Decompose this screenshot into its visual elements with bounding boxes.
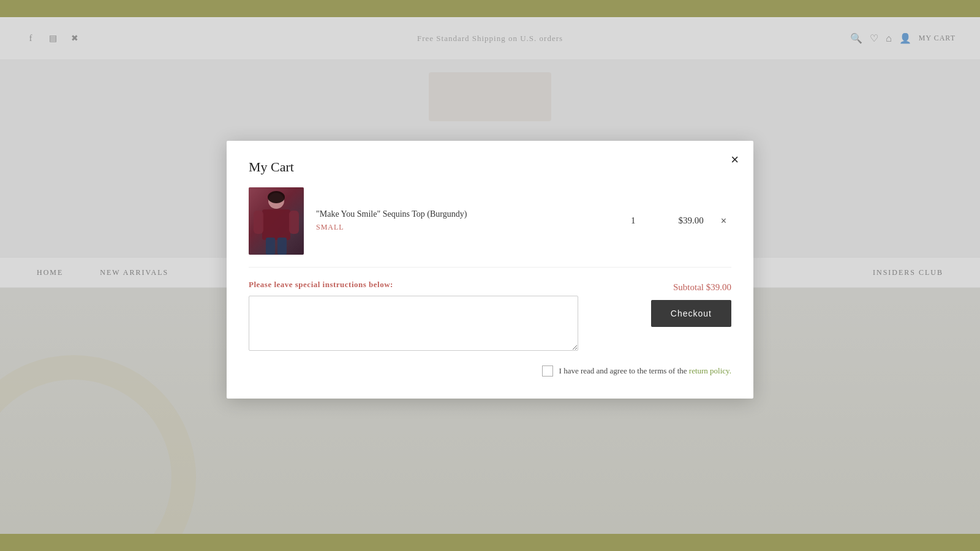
cart-item-variant: SMALL	[316, 223, 612, 232]
return-policy-text: I have read and agree to the terms of th…	[559, 366, 731, 376]
svg-rect-6	[277, 238, 287, 255]
cart-item-name: "Make You Smile" Sequins Top (Burgundy)	[316, 209, 612, 219]
cart-item-remove-button[interactable]: ×	[716, 213, 731, 229]
svg-rect-4	[289, 211, 299, 234]
cart-item-price: $39.00	[655, 216, 704, 226]
checkout-button[interactable]: Checkout	[651, 300, 731, 327]
instructions-area: Please leave special instructions below:	[249, 280, 578, 353]
instructions-textarea[interactable]	[249, 296, 578, 351]
cart-modal: My Cart ×	[227, 141, 753, 399]
cart-actions: Subtotal $39.00 Checkout	[597, 280, 731, 327]
svg-rect-2	[262, 209, 290, 240]
svg-point-1	[268, 191, 285, 203]
svg-rect-5	[266, 238, 275, 255]
return-policy-row: I have read and agree to the terms of th…	[249, 365, 731, 377]
cart-item-image-inner	[249, 187, 304, 255]
svg-rect-3	[254, 211, 263, 234]
cart-bottom: Please leave special instructions below:…	[249, 280, 731, 353]
cart-item-details: "Make You Smile" Sequins Top (Burgundy) …	[316, 209, 612, 232]
modal-title: My Cart	[249, 159, 731, 175]
modal-overlay: My Cart ×	[0, 0, 980, 551]
return-policy-link[interactable]: return policy.	[689, 366, 731, 375]
return-policy-checkbox[interactable]	[542, 365, 553, 377]
cart-item: "Make You Smile" Sequins Top (Burgundy) …	[249, 187, 731, 268]
instructions-label: Please leave special instructions below:	[249, 280, 578, 290]
subtotal-label: Subtotal $39.00	[673, 282, 731, 293]
cart-item-image	[249, 187, 304, 255]
cart-item-quantity: 1	[624, 216, 643, 226]
modal-close-button[interactable]: ×	[731, 153, 739, 167]
